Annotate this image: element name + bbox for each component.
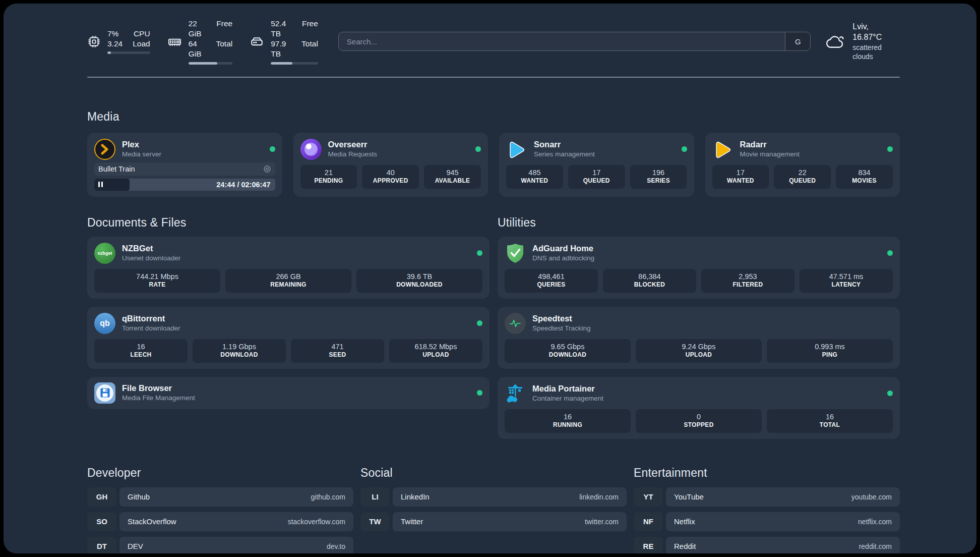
bookmark-twitter[interactable]: TW Twittertwitter.com	[360, 512, 627, 531]
stat-tile: 618.52 MbpsUPLOAD	[389, 339, 482, 363]
app-card-qbittorrent[interactable]: qb qBittorrent Torrent downloader 16LEEC…	[87, 307, 489, 369]
app-card-portainer[interactable]: Media Portainer Container management 16R…	[498, 377, 900, 439]
app-name: Overseerr	[328, 139, 378, 150]
stat-tile: 16TOTAL	[767, 409, 893, 433]
section-title-social: Social	[360, 466, 627, 480]
section-title-developer: Developer	[87, 466, 353, 480]
status-dot	[270, 146, 275, 152]
bookmark-youtube[interactable]: YT YouTubeyoutube.com	[634, 487, 900, 507]
cpu-progress-bar	[107, 51, 150, 54]
app-card-adguard[interactable]: AdGuard Home DNS and adblocking 498,461Q…	[498, 237, 900, 299]
system-stats: 7% CPU 3.24 Load	[87, 19, 318, 65]
bookmark-stackoverflow[interactable]: SO StackOverflowstackoverflow.com	[87, 512, 353, 531]
filebrowser-icon	[94, 382, 115, 404]
disk-free-label: Free	[301, 19, 318, 39]
status-dot	[887, 250, 893, 256]
search-input[interactable]	[339, 32, 785, 50]
player-progress-bar[interactable]: 24:44 / 02:06:47	[94, 179, 275, 191]
section-title-media: Media	[87, 110, 900, 124]
cpu-stat: 7% CPU 3.24 Load	[87, 29, 150, 54]
now-playing-row: Bullet Train	[94, 162, 275, 176]
section-title-documents: Documents & Files	[87, 216, 489, 230]
disk-free-value: 52.4 TB	[271, 19, 291, 39]
stat-tile: 471SEED	[291, 339, 384, 363]
overseerr-icon	[300, 139, 322, 160]
app-card-speedtest[interactable]: Speedtest Speedtest Tracking 9.65 GbpsDO…	[498, 307, 900, 369]
pause-icon	[98, 182, 100, 187]
bookmark-netflix[interactable]: NF Netflixnetflix.com	[634, 512, 900, 531]
cpu-load-value: 3.24	[107, 39, 122, 49]
app-name: Speedtest	[532, 313, 591, 324]
section-title-entertainment: Entertainment	[634, 466, 900, 480]
app-description: Container management	[532, 394, 603, 403]
app-card-plex[interactable]: Plex Media server Bullet Train	[87, 133, 282, 197]
stat-tile: 39.6 TBDOWNLOADED	[356, 269, 482, 293]
app-description: Media File Management	[122, 394, 195, 403]
qbittorrent-icon: qb	[94, 313, 115, 334]
status-dot	[682, 146, 687, 152]
weather-widget: Lviv, 16.87°C scattered clouds	[826, 22, 900, 61]
disk-total-label: Total	[301, 39, 318, 59]
stat-tile: 945AVAILABLE	[424, 165, 481, 189]
bookmark-github[interactable]: GH Githubgithub.com	[87, 487, 353, 507]
app-name: File Browser	[122, 383, 195, 394]
weather-location-temp: Lviv, 16.87°C	[852, 22, 900, 43]
app-card-sonarr[interactable]: Sonarr Series management 485WANTED 17QUE…	[499, 133, 694, 197]
status-dot	[477, 320, 482, 326]
bookmark-domain: youtube.com	[851, 493, 892, 501]
cpu-label: CPU	[133, 29, 150, 39]
app-card-overseerr[interactable]: Overseerr Media Requests 21PENDING 40APP…	[293, 133, 488, 197]
stat-tile: 498,461QUERIES	[505, 269, 598, 293]
stat-tile: 266 GBREMAINING	[225, 269, 351, 293]
cloud-icon	[826, 33, 846, 49]
bookmark-domain: github.com	[311, 493, 345, 501]
bookmark-name: Twitter	[401, 517, 423, 526]
search-bar: G	[338, 32, 811, 51]
stat-tile: 744.21 MbpsRATE	[94, 269, 220, 293]
app-name: NZBGet	[122, 243, 180, 254]
stat-tile: 196SERIES	[630, 165, 687, 189]
memory-free-label: Free	[216, 19, 232, 39]
app-description: Usenet downloader	[122, 254, 180, 263]
stat-tile: 17QUEUED	[568, 165, 625, 189]
media-grid: Plex Media server Bullet Train	[87, 133, 900, 197]
app-name: AdGuard Home	[532, 243, 594, 254]
bookmark-name: YouTube	[674, 492, 704, 501]
header: 7% CPU 3.24 Load	[87, 4, 900, 65]
bookmark-reddit[interactable]: RE Redditreddit.com	[634, 537, 900, 553]
player-settings-icon[interactable]	[263, 165, 271, 173]
bookmark-name: LinkedIn	[401, 492, 430, 501]
app-card-nzbget[interactable]: nzbget NZBGet Usenet downloader 744.21 M…	[87, 237, 489, 299]
bookmark-domain: twitter.com	[585, 518, 619, 526]
bookmark-abbr: LI	[360, 487, 390, 507]
app-name: Sonarr	[534, 139, 595, 150]
stat-tile: 86,384BLOCKED	[603, 269, 696, 293]
cpu-load-label: Load	[133, 39, 150, 49]
memory-total-label: Total	[216, 39, 232, 59]
stat-tile: 0STOPPED	[636, 409, 762, 433]
status-dot	[477, 250, 482, 256]
app-card-radarr[interactable]: Radarr Movie management 17WANTED 22QUEUE…	[705, 133, 900, 197]
app-name: Plex	[122, 139, 161, 150]
memory-progress-bar	[189, 62, 233, 65]
bookmark-name: Reddit	[674, 542, 696, 550]
adguard-icon	[505, 243, 526, 264]
stat-tile: 9.65 GbpsDOWNLOAD	[505, 339, 631, 363]
stat-tile: 47.571 msLATENCY	[800, 269, 893, 293]
search-provider-button[interactable]: G	[785, 32, 810, 50]
bookmark-name: Netflix	[674, 517, 695, 526]
bookmark-name: StackOverflow	[128, 517, 176, 526]
app-card-filebrowser[interactable]: File Browser Media File Management	[87, 377, 489, 409]
app-description: Media server	[122, 150, 161, 159]
bookmark-domain: dev.to	[327, 542, 345, 550]
bookmark-abbr: NF	[634, 512, 663, 531]
bookmark-name: DEV	[128, 542, 143, 550]
bookmark-linkedin[interactable]: LI LinkedInlinkedin.com	[360, 487, 627, 507]
app-name: Radarr	[740, 139, 800, 150]
app-description: Torrent downloader	[122, 324, 180, 333]
portainer-icon	[505, 383, 526, 404]
stat-tile: 9.24 GbpsUPLOAD	[636, 339, 762, 363]
bookmark-dev[interactable]: DT DEVdev.to	[87, 537, 353, 553]
header-divider	[87, 77, 900, 78]
disk-total-value: 97.9 TB	[271, 39, 291, 59]
